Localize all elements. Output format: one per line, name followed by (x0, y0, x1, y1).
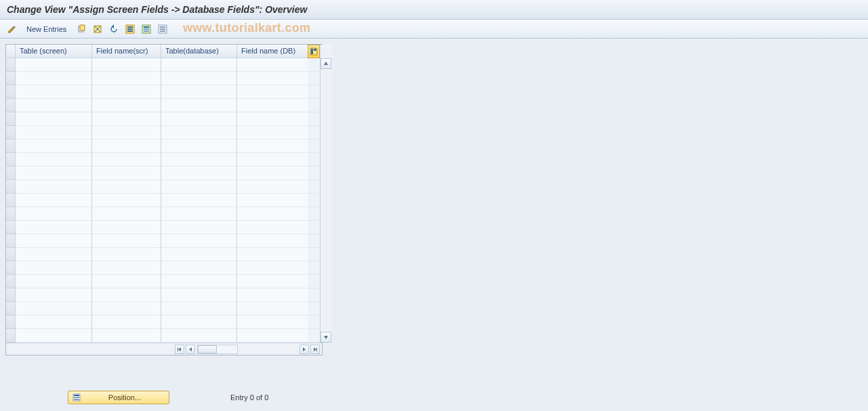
field_name_db-input[interactable] (240, 276, 305, 284)
table_database-input[interactable] (164, 249, 234, 257)
table-cell[interactable] (16, 58, 91, 72)
table-cell[interactable] (92, 234, 161, 248)
table_database-input[interactable] (164, 114, 234, 122)
column-header-table_screen[interactable]: Table (screen) (16, 45, 91, 58)
field_name_db-input[interactable] (240, 222, 305, 230)
table-cell[interactable] (161, 316, 236, 329)
row-selector[interactable] (6, 112, 16, 126)
table-cell[interactable] (237, 261, 308, 275)
table-cell[interactable] (92, 153, 161, 167)
table-cell[interactable] (16, 99, 91, 112)
vertical-scrollbar[interactable] (320, 45, 332, 343)
select-all-icon[interactable] (124, 23, 136, 35)
field_name_db-input[interactable] (240, 60, 305, 68)
table_screen-input[interactable] (18, 141, 89, 149)
field_name_db-input[interactable] (240, 290, 305, 298)
table_screen-input[interactable] (18, 73, 89, 81)
field_name_scr-input[interactable] (95, 87, 158, 95)
table-cell[interactable] (92, 302, 161, 316)
undo-change-icon[interactable] (108, 23, 120, 35)
table-cell[interactable] (237, 58, 308, 72)
table-cell[interactable] (161, 194, 236, 207)
row-selector[interactable] (6, 139, 16, 153)
field_name_db-input[interactable] (240, 87, 305, 95)
row-selector[interactable] (6, 221, 16, 234)
row-selector[interactable] (6, 126, 16, 139)
table-cell[interactable] (237, 207, 308, 221)
table-cell[interactable] (92, 221, 161, 234)
table_screen-input[interactable] (18, 276, 89, 284)
field_name_db-input[interactable] (240, 317, 305, 325)
table_screen-input[interactable] (18, 195, 89, 203)
field_name_db-input[interactable] (240, 209, 305, 217)
field_name_scr-input[interactable] (95, 249, 158, 257)
field_name_scr-input[interactable] (95, 303, 158, 311)
table_screen-input[interactable] (18, 154, 89, 163)
row-selector[interactable] (6, 167, 16, 180)
table-settings-icon[interactable] (308, 45, 320, 58)
table-cell[interactable] (161, 72, 236, 85)
column-header-field_name_scr[interactable]: Field name(scr) (92, 45, 161, 58)
new-entries-button[interactable]: New Entries (22, 23, 71, 35)
table_database-input[interactable] (164, 330, 234, 339)
table-cell[interactable] (237, 194, 308, 207)
table_database-input[interactable] (164, 73, 234, 81)
table_database-input[interactable] (164, 100, 234, 108)
row-selector[interactable] (6, 99, 16, 112)
table-cell[interactable] (16, 85, 91, 99)
field_name_scr-input[interactable] (95, 263, 158, 271)
table-cell[interactable] (161, 261, 236, 275)
field_name_scr-input[interactable] (95, 209, 158, 217)
field_name_scr-input[interactable] (95, 181, 158, 190)
field_name_db-input[interactable] (240, 73, 305, 81)
table-cell[interactable] (16, 112, 91, 126)
position-button[interactable]: Position... (68, 391, 169, 404)
table-cell[interactable] (237, 316, 308, 329)
select-block-icon[interactable] (140, 23, 152, 35)
field_name_scr-input[interactable] (95, 290, 158, 298)
row-selector[interactable] (6, 180, 16, 194)
table-cell[interactable] (161, 167, 236, 180)
table-cell[interactable] (16, 329, 91, 343)
table_screen-input[interactable] (18, 100, 89, 108)
table-cell[interactable] (237, 248, 308, 261)
table-cell[interactable] (16, 302, 91, 316)
row-selector-header[interactable] (6, 45, 16, 58)
column-header-table_database[interactable]: Table(database) (161, 45, 236, 58)
column-header-field_name_db[interactable]: Field name (DB) (237, 45, 308, 58)
table-cell[interactable] (161, 302, 236, 316)
row-selector[interactable] (6, 85, 16, 99)
table-cell[interactable] (237, 153, 308, 167)
field_name_scr-input[interactable] (95, 154, 158, 163)
table_screen-input[interactable] (18, 236, 89, 244)
table_database-input[interactable] (164, 263, 234, 271)
scroll-thumb[interactable] (198, 345, 217, 353)
field_name_scr-input[interactable] (95, 330, 158, 339)
table-cell[interactable] (16, 261, 91, 275)
table-cell[interactable] (16, 221, 91, 234)
table-cell[interactable] (237, 302, 308, 316)
table-cell[interactable] (16, 275, 91, 288)
table_database-input[interactable] (164, 209, 234, 217)
table-cell[interactable] (237, 288, 308, 302)
table-cell[interactable] (92, 72, 161, 85)
table_database-input[interactable] (164, 60, 234, 68)
table-cell[interactable] (161, 139, 236, 153)
row-selector[interactable] (6, 261, 16, 275)
row-selector[interactable] (6, 302, 16, 316)
row-selector[interactable] (6, 207, 16, 221)
table-cell[interactable] (92, 248, 161, 261)
table_database-input[interactable] (164, 303, 234, 311)
table-cell[interactable] (161, 85, 236, 99)
table_screen-input[interactable] (18, 303, 89, 311)
table-cell[interactable] (16, 234, 91, 248)
table-cell[interactable] (92, 275, 161, 288)
table-cell[interactable] (161, 275, 236, 288)
table-cell[interactable] (237, 180, 308, 194)
table_database-input[interactable] (164, 181, 234, 190)
field_name_db-input[interactable] (240, 236, 305, 244)
table_database-input[interactable] (164, 317, 234, 325)
table_screen-input[interactable] (18, 317, 89, 325)
field_name_scr-input[interactable] (95, 100, 158, 108)
field_name_db-input[interactable] (240, 141, 305, 149)
